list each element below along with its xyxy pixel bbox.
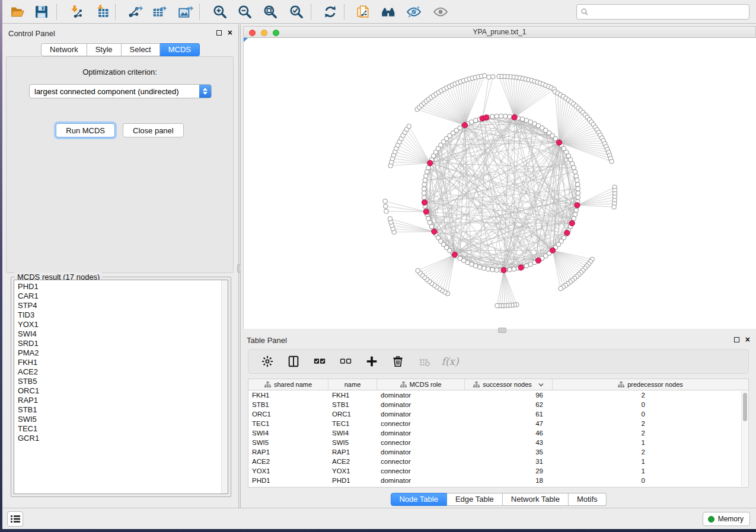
leaf-node[interactable]	[559, 286, 563, 291]
refresh-icon[interactable]	[322, 4, 339, 20]
mcds-result-item[interactable]: GCR1	[18, 434, 228, 443]
ring-node[interactable]	[499, 114, 503, 118]
tab-network-table[interactable]: Network Table	[503, 493, 569, 506]
tab-select[interactable]: Select	[122, 43, 160, 56]
column-header-predecessor-nodes[interactable]: predecessor nodes	[553, 379, 748, 390]
maximize-window-icon[interactable]	[273, 30, 279, 36]
tab-motifs[interactable]: Motifs	[569, 493, 607, 506]
mcds-hub-node[interactable]	[452, 252, 457, 257]
add-row-icon[interactable]	[365, 354, 379, 368]
import-network-icon[interactable]	[68, 4, 84, 20]
ring-node[interactable]	[424, 174, 429, 178]
mcds-hub-node[interactable]	[575, 203, 580, 208]
table-row[interactable]: SWI5SWI5connector431	[248, 438, 748, 447]
table-row[interactable]: SWI4SWI4dominator462	[248, 428, 748, 438]
run-mcds-button[interactable]: Run MCDS	[56, 123, 115, 137]
select-all-icon[interactable]	[312, 354, 327, 368]
ring-node[interactable]	[495, 268, 499, 273]
memory-button[interactable]: Memory	[703, 512, 750, 526]
columns-icon[interactable]	[286, 354, 301, 368]
table-scrollbar[interactable]	[741, 391, 748, 486]
ring-node[interactable]	[573, 169, 578, 174]
ring-node[interactable]	[576, 196, 580, 200]
mcds-hub-node[interactable]	[557, 140, 562, 145]
table-row[interactable]: ACE2ACE2connector311	[248, 457, 748, 466]
tab-mcds[interactable]: MCDS	[160, 43, 200, 56]
mcds-result-item[interactable]: SWI5	[18, 415, 228, 424]
scrollbar-thumb[interactable]	[743, 393, 747, 421]
ring-node[interactable]	[575, 182, 580, 187]
close-window-icon[interactable]	[249, 30, 256, 36]
ring-node[interactable]	[490, 267, 495, 272]
settings-icon[interactable]	[260, 354, 275, 368]
mcds-hub-node[interactable]	[550, 248, 555, 253]
optimization-criterion-select[interactable]: largest connected component (undirected)	[29, 84, 212, 98]
ring-node[interactable]	[575, 178, 579, 182]
ring-node[interactable]	[422, 187, 426, 191]
ring-node[interactable]	[495, 114, 499, 118]
close-panel-icon[interactable]: ×	[745, 336, 750, 342]
ring-node[interactable]	[422, 182, 427, 187]
ring-node[interactable]	[423, 178, 428, 182]
mcds-hub-node[interactable]	[423, 209, 429, 214]
ring-node[interactable]	[576, 187, 580, 191]
mcds-result-item[interactable]: STB5	[18, 377, 228, 386]
show-all-icon[interactable]	[432, 4, 449, 20]
network-graph[interactable]	[244, 38, 756, 329]
table-row[interactable]: TEC1TEC1connector472	[248, 419, 748, 428]
import-table-icon[interactable]	[94, 4, 111, 20]
mcds-hub-node[interactable]	[501, 267, 506, 273]
mcds-result-item[interactable]: CAR1	[18, 291, 228, 301]
mcds-hub-node[interactable]	[564, 230, 570, 235]
ring-node[interactable]	[508, 267, 512, 272]
mcds-result-item[interactable]: SWI4	[18, 329, 228, 339]
leaf-node[interactable]	[388, 216, 393, 221]
sort-chevron-icon[interactable]	[538, 383, 544, 387]
ring-node[interactable]	[490, 114, 495, 119]
mcds-list-scrollbar[interactable]	[221, 280, 228, 493]
mcds-result-item[interactable]: TEC1	[18, 424, 228, 434]
binoculars-icon[interactable]	[380, 4, 397, 20]
zoom-selected-icon[interactable]	[288, 4, 305, 20]
ring-node[interactable]	[422, 196, 426, 200]
tab-node-table[interactable]: Node Table	[390, 493, 447, 506]
mcds-hub-node[interactable]	[484, 115, 489, 120]
mcds-result-item[interactable]: PMA2	[18, 348, 228, 358]
network-window-titlebar[interactable]: YPA_prune.txt_1	[243, 26, 756, 38]
mcds-hub-node[interactable]	[518, 265, 524, 270]
leaf-node[interactable]	[407, 124, 412, 129]
table-row[interactable]: YOX1YOX1connector291	[248, 466, 748, 476]
mcds-result-item[interactable]: ACE2	[18, 367, 228, 377]
save-session-icon[interactable]	[33, 4, 50, 20]
ring-node[interactable]	[422, 191, 426, 196]
mcds-result-item[interactable]: STB1	[18, 405, 228, 415]
mcds-result-item[interactable]: YOX1	[18, 320, 228, 329]
ring-node[interactable]	[481, 266, 486, 271]
column-header-shared-name[interactable]: shared name	[248, 379, 328, 390]
mcds-result-item[interactable]: RAP1	[18, 396, 228, 405]
show-panels-button[interactable]	[7, 511, 23, 527]
ring-node[interactable]	[574, 208, 579, 213]
clone-network-icon[interactable]	[355, 4, 371, 20]
mcds-hub-node[interactable]	[428, 161, 433, 166]
export-network-icon[interactable]	[127, 4, 143, 20]
minimize-window-icon[interactable]	[261, 30, 267, 36]
mcds-result-item[interactable]: FKH1	[18, 358, 228, 367]
leaf-node[interactable]	[491, 75, 496, 79]
tab-network[interactable]: Network	[41, 43, 87, 56]
ring-node[interactable]	[576, 191, 580, 196]
mcds-hub-node[interactable]	[432, 229, 437, 234]
table-row[interactable]: ORC1ORC1dominator610	[248, 409, 748, 419]
mcds-hub-node[interactable]	[512, 114, 517, 120]
leaf-node[interactable]	[495, 303, 500, 308]
mcds-result-item[interactable]: PHD1	[18, 282, 228, 291]
table-row[interactable]: STB1STB1dominator620	[248, 400, 748, 409]
leaf-node[interactable]	[383, 199, 388, 204]
leaf-node[interactable]	[482, 73, 487, 78]
mcds-result-item[interactable]: STP4	[18, 301, 228, 310]
ring-node[interactable]	[574, 174, 579, 178]
ring-node[interactable]	[512, 267, 516, 271]
close-panel-button[interactable]: Close panel	[123, 123, 184, 137]
mcds-hub-node[interactable]	[535, 258, 541, 263]
export-image-icon[interactable]	[177, 4, 194, 20]
